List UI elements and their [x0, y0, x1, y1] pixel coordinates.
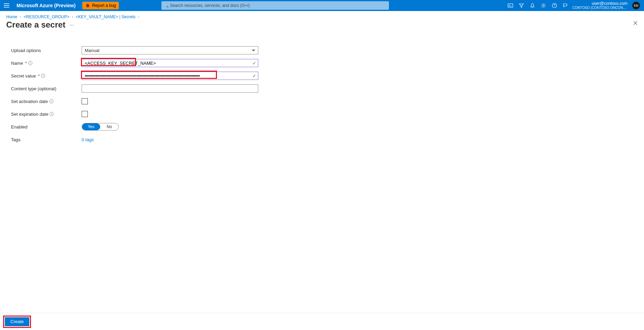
chevron-right-icon: › [138, 14, 139, 19]
enabled-label: Enabled [11, 124, 82, 130]
report-bug-button[interactable]: 🐞 Report a bug [82, 2, 118, 9]
info-icon[interactable]: i [41, 74, 45, 78]
expiration-date-label: Set expiration date i [11, 112, 82, 117]
brand-label[interactable]: Microsoft Azure (Preview) [12, 3, 80, 8]
directory-filter-button[interactable] [516, 0, 527, 11]
chevron-right-icon: › [72, 14, 73, 19]
name-label: Name* i [11, 61, 82, 66]
create-button[interactable]: Create [5, 317, 29, 326]
tags-link[interactable]: 0 tags [82, 137, 94, 142]
settings-button[interactable] [538, 0, 549, 11]
upload-options-value: Manual [85, 48, 100, 53]
breadcrumb-home[interactable]: Home [6, 14, 17, 19]
search-input[interactable] [162, 1, 389, 10]
global-search: 🔍 [162, 1, 389, 10]
info-icon[interactable]: i [28, 61, 32, 65]
menu-hamburger[interactable] [1, 0, 12, 11]
name-input[interactable] [82, 59, 258, 67]
title-more-button[interactable]: ⋯ [70, 22, 74, 28]
enabled-toggle[interactable]: Yes No [82, 123, 119, 131]
breadcrumb-key-vault[interactable]: <KEY_VAULT_NAME> | Secrets [76, 14, 135, 19]
svg-rect-0 [4, 3, 9, 4]
secret-value-input[interactable] [82, 72, 258, 80]
account-block[interactable]: user@contoso.com CONTOSO (CONTOSO.ONCONT… [571, 1, 630, 10]
upload-options-select[interactable]: Manual [82, 46, 258, 54]
bell-icon [530, 3, 535, 8]
info-icon[interactable]: i [49, 99, 53, 103]
breadcrumb: Home › <RESOURCE_GROUP> › <KEY_VAULT_NAM… [0, 11, 644, 20]
expiration-date-checkbox[interactable] [82, 111, 88, 117]
close-blade-button[interactable] [633, 21, 638, 27]
enabled-yes[interactable]: Yes [82, 123, 100, 130]
footer-bar: Create [0, 313, 644, 330]
svg-rect-2 [4, 7, 9, 8]
chevron-right-icon: › [20, 14, 21, 19]
notifications-button[interactable] [527, 0, 538, 11]
breadcrumb-resource-group[interactable]: <RESOURCE_GROUP> [24, 14, 70, 19]
cloud-shell-button[interactable] [505, 0, 516, 11]
filter-icon [519, 3, 524, 8]
cloud-shell-icon [508, 3, 513, 8]
secret-value-label: Secret value* i [11, 73, 82, 79]
bug-icon: 🐞 [85, 3, 90, 8]
page-title: Create a secret [6, 20, 65, 30]
gear-icon [541, 3, 546, 8]
account-tenant: CONTOSO (CONTOSO.ONCONTO... [572, 6, 627, 10]
svg-point-5 [543, 5, 544, 7]
azure-header: Microsoft Azure (Preview) 🐞 Report a bug… [0, 0, 644, 11]
create-secret-form: Upload options Manual Name* i ✓ Secret v… [0, 32, 644, 176]
content-type-label: Content type (optional) [11, 86, 82, 91]
svg-point-6 [552, 3, 557, 8]
help-icon [552, 3, 557, 8]
avatar[interactable]: CU [632, 2, 640, 9]
page-title-row: Create a secret ⋯ [0, 20, 644, 32]
svg-rect-3 [508, 4, 513, 7]
tags-label: Tags [11, 137, 82, 142]
info-icon[interactable]: i [50, 112, 54, 116]
hamburger-icon [4, 3, 9, 8]
upload-options-label: Upload options [11, 48, 82, 53]
enabled-no[interactable]: No [100, 123, 118, 130]
svg-rect-1 [4, 5, 9, 6]
activation-date-checkbox[interactable] [82, 98, 88, 104]
content-type-input[interactable] [82, 84, 258, 93]
close-icon [633, 21, 638, 25]
report-bug-label: Report a bug [92, 3, 116, 8]
account-email: user@contoso.com [592, 1, 627, 6]
activation-date-label: Set activation date i [11, 99, 82, 104]
help-button[interactable] [549, 0, 560, 11]
feedback-button[interactable] [560, 0, 571, 11]
feedback-icon [563, 3, 568, 8]
